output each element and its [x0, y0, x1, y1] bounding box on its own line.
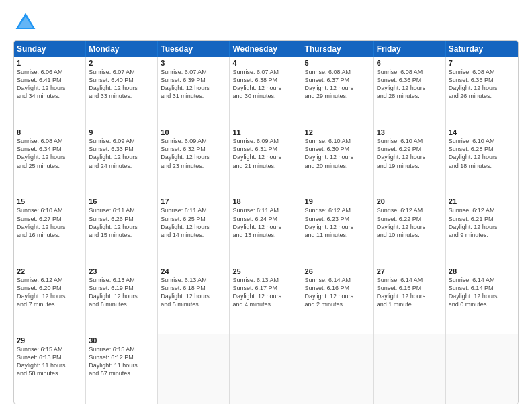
calendar-day-28: 28Sunrise: 6:14 AM Sunset: 6:14 PM Dayli…	[446, 265, 518, 334]
day-info: Sunrise: 6:08 AM Sunset: 6:37 PM Dayligh…	[305, 68, 371, 101]
calendar-day-12: 12Sunrise: 6:10 AM Sunset: 6:30 PM Dayli…	[302, 126, 374, 195]
logo-icon	[13, 11, 38, 35]
weekday-header-sunday: Sunday	[14, 41, 86, 57]
day-info: Sunrise: 6:11 AM Sunset: 6:24 PM Dayligh…	[232, 206, 298, 239]
day-number: 11	[232, 128, 298, 136]
day-number: 25	[232, 267, 298, 275]
day-number: 18	[232, 197, 298, 205]
weekday-header-friday: Friday	[374, 41, 446, 57]
calendar-day-13: 13Sunrise: 6:10 AM Sunset: 6:29 PM Dayli…	[374, 126, 446, 195]
weekday-header-saturday: Saturday	[446, 41, 518, 57]
day-info: Sunrise: 6:07 AM Sunset: 6:39 PM Dayligh…	[161, 68, 226, 101]
calendar-empty-cell	[302, 334, 374, 404]
calendar-header: SundayMondayTuesdayWednesdayThursdayFrid…	[14, 41, 518, 57]
day-number: 22	[17, 267, 83, 275]
day-number: 6	[377, 59, 443, 67]
calendar-day-21: 21Sunrise: 6:12 AM Sunset: 6:21 PM Dayli…	[446, 195, 518, 264]
day-info: Sunrise: 6:13 AM Sunset: 6:19 PM Dayligh…	[89, 276, 154, 309]
day-number: 21	[449, 197, 515, 205]
day-info: Sunrise: 6:10 AM Sunset: 6:28 PM Dayligh…	[449, 137, 515, 170]
calendar-day-26: 26Sunrise: 6:14 AM Sunset: 6:16 PM Dayli…	[302, 265, 374, 334]
calendar-day-9: 9Sunrise: 6:09 AM Sunset: 6:33 PM Daylig…	[86, 126, 158, 195]
calendar-day-19: 19Sunrise: 6:12 AM Sunset: 6:23 PM Dayli…	[302, 195, 374, 264]
calendar-day-11: 11Sunrise: 6:09 AM Sunset: 6:31 PM Dayli…	[230, 126, 302, 195]
day-number: 2	[89, 59, 154, 67]
day-info: Sunrise: 6:09 AM Sunset: 6:32 PM Dayligh…	[161, 137, 226, 170]
day-number: 17	[161, 197, 226, 205]
day-number: 27	[377, 267, 443, 275]
day-number: 10	[161, 128, 226, 136]
day-number: 23	[89, 267, 154, 275]
calendar-day-4: 4Sunrise: 6:07 AM Sunset: 6:38 PM Daylig…	[230, 57, 302, 126]
day-info: Sunrise: 6:06 AM Sunset: 6:41 PM Dayligh…	[17, 68, 83, 101]
day-number: 12	[305, 128, 371, 136]
day-info: Sunrise: 6:12 AM Sunset: 6:22 PM Dayligh…	[377, 206, 443, 239]
day-number: 19	[305, 197, 371, 205]
calendar-day-7: 7Sunrise: 6:08 AM Sunset: 6:35 PM Daylig…	[446, 57, 518, 126]
day-number: 7	[449, 59, 515, 67]
day-info: Sunrise: 6:08 AM Sunset: 6:35 PM Dayligh…	[449, 68, 515, 101]
day-number: 8	[17, 128, 83, 136]
day-info: Sunrise: 6:14 AM Sunset: 6:16 PM Dayligh…	[305, 276, 371, 309]
calendar: SundayMondayTuesdayWednesdayThursdayFrid…	[13, 40, 519, 404]
calendar-day-1: 1Sunrise: 6:06 AM Sunset: 6:41 PM Daylig…	[14, 57, 86, 126]
calendar-week-3: 15Sunrise: 6:10 AM Sunset: 6:27 PM Dayli…	[14, 195, 518, 265]
day-info: Sunrise: 6:10 AM Sunset: 6:30 PM Dayligh…	[305, 137, 371, 170]
day-number: 4	[232, 59, 298, 67]
day-info: Sunrise: 6:09 AM Sunset: 6:33 PM Dayligh…	[89, 137, 154, 170]
day-number: 9	[89, 128, 154, 136]
calendar-day-3: 3Sunrise: 6:07 AM Sunset: 6:39 PM Daylig…	[158, 57, 230, 126]
calendar-day-20: 20Sunrise: 6:12 AM Sunset: 6:22 PM Dayli…	[374, 195, 446, 264]
calendar-day-14: 14Sunrise: 6:10 AM Sunset: 6:28 PM Dayli…	[446, 126, 518, 195]
day-info: Sunrise: 6:14 AM Sunset: 6:15 PM Dayligh…	[377, 276, 443, 309]
calendar-day-27: 27Sunrise: 6:14 AM Sunset: 6:15 PM Dayli…	[374, 265, 446, 334]
day-info: Sunrise: 6:08 AM Sunset: 6:36 PM Dayligh…	[377, 68, 443, 101]
calendar-day-15: 15Sunrise: 6:10 AM Sunset: 6:27 PM Dayli…	[14, 195, 86, 264]
day-number: 3	[161, 59, 226, 67]
calendar-day-23: 23Sunrise: 6:13 AM Sunset: 6:19 PM Dayli…	[86, 265, 158, 334]
calendar-day-30: 30Sunrise: 6:15 AM Sunset: 6:12 PM Dayli…	[86, 334, 158, 404]
calendar-day-24: 24Sunrise: 6:13 AM Sunset: 6:18 PM Dayli…	[158, 265, 230, 334]
calendar-week-2: 8Sunrise: 6:08 AM Sunset: 6:34 PM Daylig…	[14, 126, 518, 195]
day-number: 5	[305, 59, 371, 67]
calendar-empty-cell	[158, 334, 230, 404]
calendar-day-6: 6Sunrise: 6:08 AM Sunset: 6:36 PM Daylig…	[374, 57, 446, 126]
calendar-empty-cell	[230, 334, 302, 404]
day-info: Sunrise: 6:11 AM Sunset: 6:26 PM Dayligh…	[89, 206, 154, 239]
day-number: 26	[305, 267, 371, 275]
calendar-day-29: 29Sunrise: 6:15 AM Sunset: 6:13 PM Dayli…	[14, 334, 86, 404]
calendar-day-25: 25Sunrise: 6:13 AM Sunset: 6:17 PM Dayli…	[230, 265, 302, 334]
calendar-day-18: 18Sunrise: 6:11 AM Sunset: 6:24 PM Dayli…	[230, 195, 302, 264]
day-number: 13	[377, 128, 443, 136]
day-number: 20	[377, 197, 443, 205]
day-number: 1	[17, 59, 83, 67]
day-info: Sunrise: 6:07 AM Sunset: 6:38 PM Dayligh…	[232, 68, 298, 101]
day-info: Sunrise: 6:12 AM Sunset: 6:20 PM Dayligh…	[17, 276, 83, 309]
day-info: Sunrise: 6:10 AM Sunset: 6:27 PM Dayligh…	[17, 206, 83, 239]
calendar-day-8: 8Sunrise: 6:08 AM Sunset: 6:34 PM Daylig…	[14, 126, 86, 195]
day-info: Sunrise: 6:08 AM Sunset: 6:34 PM Dayligh…	[17, 137, 83, 170]
day-number: 24	[161, 267, 226, 275]
calendar-day-17: 17Sunrise: 6:11 AM Sunset: 6:25 PM Dayli…	[158, 195, 230, 264]
day-info: Sunrise: 6:13 AM Sunset: 6:18 PM Dayligh…	[161, 276, 226, 309]
calendar-body: 1Sunrise: 6:06 AM Sunset: 6:41 PM Daylig…	[14, 57, 518, 404]
calendar-empty-cell	[446, 334, 518, 404]
calendar-week-4: 22Sunrise: 6:12 AM Sunset: 6:20 PM Dayli…	[14, 265, 518, 334]
calendar-week-5: 29Sunrise: 6:15 AM Sunset: 6:13 PM Dayli…	[14, 334, 518, 404]
page: SundayMondayTuesdayWednesdayThursdayFrid…	[0, 0, 532, 411]
day-info: Sunrise: 6:12 AM Sunset: 6:23 PM Dayligh…	[305, 206, 371, 239]
weekday-header-wednesday: Wednesday	[230, 41, 302, 57]
day-number: 16	[89, 197, 154, 205]
weekday-header-tuesday: Tuesday	[158, 41, 230, 57]
calendar-empty-cell	[374, 334, 446, 404]
day-info: Sunrise: 6:15 AM Sunset: 6:12 PM Dayligh…	[89, 345, 154, 378]
calendar-day-10: 10Sunrise: 6:09 AM Sunset: 6:32 PM Dayli…	[158, 126, 230, 195]
day-number: 28	[449, 267, 515, 275]
weekday-header-monday: Monday	[86, 41, 158, 57]
day-info: Sunrise: 6:09 AM Sunset: 6:31 PM Dayligh…	[232, 137, 298, 170]
calendar-day-5: 5Sunrise: 6:08 AM Sunset: 6:37 PM Daylig…	[302, 57, 374, 126]
day-number: 15	[17, 197, 83, 205]
header	[13, 11, 519, 35]
day-info: Sunrise: 6:12 AM Sunset: 6:21 PM Dayligh…	[449, 206, 515, 239]
day-info: Sunrise: 6:10 AM Sunset: 6:29 PM Dayligh…	[377, 137, 443, 170]
